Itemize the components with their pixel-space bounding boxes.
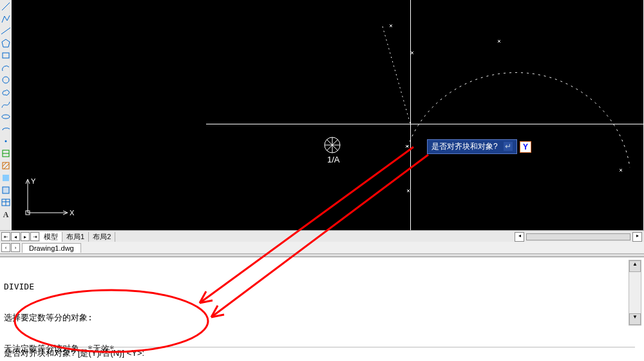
xline-icon[interactable] [1,26,11,36]
draw-toolbar: A [0,0,12,231]
hscroll-track[interactable] [526,233,630,240]
svg-text:X: X [70,209,75,217]
file-tab-nav: ‹ › [1,243,21,252]
text-icon[interactable]: A [1,210,11,220]
dynamic-input[interactable]: 是否对齐块和对象? ↵ Y [427,139,531,154]
svg-point-4 [3,77,9,83]
layout-tab-nav: ⇤ ◂ ▸ ⇥ [1,232,40,241]
layout-scroll-right[interactable]: ▸ [632,232,642,242]
svg-line-1 [1,28,10,34]
polygon-icon[interactable] [1,38,11,48]
ellipsearc-icon[interactable] [1,124,11,134]
gradient-icon[interactable] [1,173,11,183]
command-window[interactable]: DIVIDE 选择要定数等分的对象: 无法定数等分该对象。*无效* 命令: *取… [0,257,644,361]
dynamic-input-prompt: 是否对齐块和对象? ↵ [427,139,517,154]
drawing-canvas[interactable]: 1/A Y X 是否对齐块和对象? ↵ Y [12,0,643,230]
svg-line-10 [3,162,6,166]
region-icon[interactable] [1,185,11,195]
svg-text:Y: Y [31,177,36,185]
scroll-up-icon[interactable]: ▲ [629,260,641,272]
svg-rect-3 [3,53,9,58]
rectangle-icon[interactable] [1,50,11,61]
tab-model[interactable]: 模型 [40,232,62,242]
scroll-down-icon[interactable]: ▼ [629,313,641,325]
revcloud-icon[interactable] [1,87,11,97]
cmd-line: 选择要定数等分的对象: [4,313,625,323]
file-tab-bar: ‹ › Drawing1.dwg [0,242,644,253]
svg-rect-13 [3,187,9,193]
arc-icon[interactable] [1,63,11,73]
line-icon[interactable] [1,1,11,12]
ucs-icon: Y X [18,177,76,224]
layout-scroll-left[interactable]: ◂ [515,232,524,242]
svg-marker-2 [2,39,10,47]
command-prompt[interactable]: 是否对齐块和对象? [是(Y)/否(N)] <Y>: [4,347,144,359]
layout-nav-next[interactable]: ▸ [21,232,30,241]
svg-line-17 [383,26,410,124]
table-icon[interactable] [1,197,11,208]
tab-layout1[interactable]: 布局1 [62,232,89,242]
tab-layout2[interactable]: 布局2 [89,232,115,242]
file-nav-next[interactable]: › [11,243,20,252]
hatch-icon[interactable] [1,161,11,171]
file-tab-active[interactable]: Drawing1.dwg [22,243,81,253]
ellipse-icon[interactable] [1,112,11,122]
layout-nav-prev[interactable]: ◂ [11,232,20,241]
block-icon[interactable] [1,148,11,159]
enter-icon: ↵ [504,142,513,151]
layout-tab-bar: ⇤ ◂ ▸ ⇥ 模型 布局1 布局2 ◂ ▸ [0,230,644,243]
dynamic-input-field[interactable]: Y [520,141,531,153]
point-icon[interactable] [1,136,11,146]
block-marker-label: 1/A [327,155,340,164]
svg-point-6 [5,141,7,142]
layout-nav-first[interactable]: ⇤ [1,232,10,241]
command-history: DIVIDE 选择要定数等分的对象: 无法定数等分该对象。*无效* 命令: *取… [4,261,625,361]
block-marker [323,135,342,155]
polyline-icon[interactable] [1,14,11,24]
spline-icon[interactable] [1,99,11,110]
circle-icon[interactable] [1,75,11,85]
svg-rect-12 [3,175,9,181]
layout-nav-last[interactable]: ⇥ [30,232,39,241]
divide-points [12,0,643,230]
file-nav-prev[interactable]: ‹ [1,243,10,252]
cmd-line: DIVIDE [4,282,625,292]
command-scrollbar[interactable]: ▲ ▼ [629,260,641,326]
svg-line-0 [2,3,10,10]
svg-point-5 [2,115,10,119]
